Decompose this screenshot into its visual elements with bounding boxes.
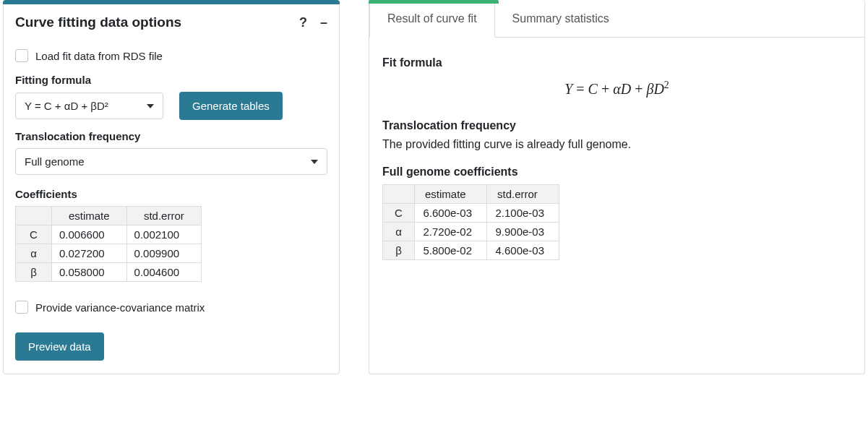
- options-panel: Curve fitting data options ? – Load fit …: [3, 0, 340, 374]
- panel-title: Curve fitting data options: [15, 14, 181, 30]
- result-coefficients-table: estimate std.error C 6.600e-03 2.100e-03…: [382, 184, 559, 260]
- coef-name: α: [383, 222, 415, 241]
- translocation-frequency-label: Translocation frequency: [15, 130, 327, 142]
- results-panel: Result of curve fit Summary statistics F…: [369, 0, 865, 374]
- fit-formula-label: Fit formula: [382, 56, 851, 69]
- coef-stderr-input[interactable]: 0.002100: [126, 225, 202, 244]
- coef-name: β: [16, 263, 52, 282]
- table-row: C 6.600e-03 2.100e-03: [383, 203, 559, 222]
- chevron-down-icon: [311, 160, 318, 164]
- col-estimate: estimate: [415, 184, 487, 203]
- tab-result-of-curve-fit[interactable]: Result of curve fit: [369, 4, 495, 38]
- coef-name: α: [16, 244, 52, 263]
- coef-stderr-input[interactable]: 0.009900: [126, 244, 202, 263]
- load-rds-label: Load fit data from RDS file: [35, 50, 163, 62]
- coef-name: C: [383, 203, 415, 222]
- col-stderr: std.error: [126, 207, 202, 225]
- help-icon[interactable]: ?: [299, 16, 307, 29]
- coef-estimate: 6.600e-03: [415, 203, 487, 222]
- coef-estimate-input[interactable]: 0.058000: [52, 263, 127, 282]
- col-estimate: estimate: [52, 207, 127, 225]
- coef-estimate-input[interactable]: 0.027200: [52, 244, 127, 263]
- table-corner: [16, 207, 52, 225]
- preview-data-button[interactable]: Preview data: [15, 332, 104, 361]
- translocation-frequency-select[interactable]: Full genome: [15, 148, 327, 175]
- coef-estimate: 2.720e-02: [415, 222, 487, 241]
- translocation-frequency-value: Full genome: [25, 155, 85, 168]
- coef-stderr-input[interactable]: 0.004600: [126, 263, 202, 282]
- generate-tables-button[interactable]: Generate tables: [179, 92, 283, 120]
- load-rds-checkbox[interactable]: [15, 49, 28, 62]
- coef-estimate: 5.800e-02: [415, 241, 487, 259]
- chevron-down-icon: [147, 104, 154, 108]
- tab-summary-statistics[interactable]: Summary statistics: [495, 0, 627, 37]
- results-tabs: Result of curve fit Summary statistics: [369, 0, 864, 38]
- coefficients-label: Coefficients: [15, 188, 327, 200]
- table-row: β 0.058000 0.004600: [16, 263, 202, 282]
- fitting-formula-select[interactable]: Y = C + αD + βD²: [15, 93, 163, 119]
- col-stderr: std.error: [487, 184, 559, 203]
- coef-stderr: 4.600e-03: [487, 241, 559, 259]
- table-row: C 0.006600 0.002100: [16, 225, 202, 244]
- result-coefficients-label: Full genome coefficients: [382, 165, 851, 179]
- fit-formula-display: Y = C + αD + βD2: [382, 79, 851, 98]
- table-row: α 2.720e-02 9.900e-03: [383, 222, 559, 241]
- fitting-formula-value: Y = C + αD + βD²: [25, 100, 108, 112]
- coef-stderr: 2.100e-03: [487, 203, 559, 222]
- coefficients-input-table: estimate std.error C 0.006600 0.002100 α…: [15, 206, 202, 282]
- collapse-icon[interactable]: –: [320, 16, 327, 29]
- result-translocation-label: Translocation frequency: [382, 119, 851, 132]
- varcov-checkbox[interactable]: [15, 301, 28, 314]
- varcov-label: Provide variance-covariance matrix: [35, 301, 205, 314]
- fitting-formula-label: Fitting formula: [15, 74, 327, 86]
- coef-name: β: [383, 241, 415, 259]
- result-translocation-text: The provided fitting curve is already fu…: [382, 138, 851, 151]
- coef-stderr: 9.900e-03: [487, 222, 559, 241]
- table-row: α 0.027200 0.009900: [16, 244, 202, 263]
- table-corner: [383, 184, 415, 203]
- coef-name: C: [16, 225, 52, 244]
- table-row: β 5.800e-02 4.600e-03: [383, 241, 559, 259]
- coef-estimate-input[interactable]: 0.006600: [52, 225, 127, 244]
